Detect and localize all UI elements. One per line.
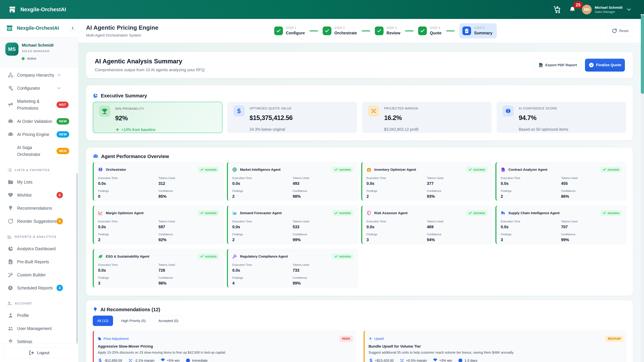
svg-text:PDF: PDF — [540, 65, 542, 67]
